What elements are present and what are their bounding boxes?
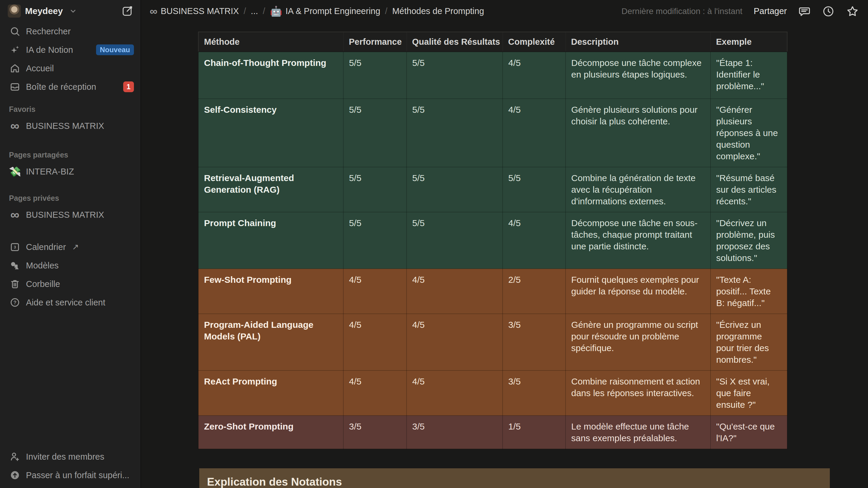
col-complexite[interactable]: Complexité: [503, 32, 565, 52]
cell-quality[interactable]: 3/5: [407, 416, 503, 449]
table-row[interactable]: ReAct Prompting 4/5 4/5 3/5 Combine rais…: [198, 370, 787, 416]
cell-description[interactable]: Combine raisonnement et action dans les …: [565, 370, 711, 416]
cell-complexity[interactable]: 1/5: [503, 416, 565, 449]
section-favoris: Favoris: [0, 96, 141, 117]
col-exemple[interactable]: Exemple: [711, 32, 787, 52]
cell-performance[interactable]: 3/5: [343, 416, 407, 449]
sidebar-item-corbeille[interactable]: Corbeille: [0, 275, 141, 293]
cell-description[interactable]: Génère un programme ou script pour résou…: [565, 314, 711, 370]
infinity-icon: ∞: [9, 209, 21, 221]
sidebar-item-intera-biz[interactable]: 💸 INTERA-BIZ: [0, 162, 141, 181]
cell-quality[interactable]: 4/5: [407, 314, 503, 370]
sidebar-item-rechercher[interactable]: Rechercher: [0, 22, 141, 40]
sidebar-item-calendrier[interactable]: 3 Calendrier ↗: [0, 238, 141, 256]
person-add-icon: [9, 451, 21, 462]
breadcrumb-ellipsis[interactable]: ...: [251, 6, 258, 16]
cell-complexity[interactable]: 2/5: [503, 269, 565, 314]
cell-description[interactable]: Génère plusieurs solutions pour choisir …: [565, 99, 711, 167]
cell-quality[interactable]: 4/5: [407, 269, 503, 314]
compose-icon[interactable]: [121, 5, 133, 17]
workspace-switcher[interactable]: Meydeey: [0, 0, 141, 22]
invite-members-button[interactable]: Inviter des membres: [0, 448, 141, 466]
cell-method[interactable]: Chain-of-Thought Prompting: [198, 52, 343, 99]
breadcrumb-business-matrix[interactable]: ∞ BUSINESS MATRIX: [150, 6, 239, 17]
cell-performance[interactable]: 4/5: [343, 314, 407, 370]
cell-quality[interactable]: 5/5: [407, 167, 503, 212]
cell-quality[interactable]: 5/5: [407, 212, 503, 269]
cell-method[interactable]: Zero-Shot Prompting: [198, 416, 343, 449]
cell-performance[interactable]: 5/5: [343, 99, 407, 167]
cell-method[interactable]: Prompt Chaining: [198, 212, 343, 269]
sidebar-item-ia-de-notion[interactable]: IA de Notion Nouveau: [0, 40, 141, 59]
share-button[interactable]: Partager: [754, 6, 787, 16]
workspace-name: Meydeey: [25, 6, 63, 16]
table-row[interactable]: Self-Consistency 5/5 5/5 4/5 Génère plus…: [198, 99, 787, 167]
cell-performance[interactable]: 4/5: [343, 370, 407, 416]
shapes-icon: [9, 260, 21, 271]
cell-complexity[interactable]: 4/5: [503, 212, 565, 269]
col-performance[interactable]: Performance: [343, 32, 407, 52]
cell-complexity[interactable]: 4/5: [503, 99, 565, 167]
prompting-methods-table: Méthode Performance Qualité des Résultat…: [198, 32, 787, 449]
cell-description[interactable]: Fournit quelques exemples pour guider la…: [565, 269, 711, 314]
comments-icon[interactable]: [798, 5, 811, 18]
cell-example[interactable]: "Texte A: positif... Texte B: négatif...…: [711, 269, 787, 314]
table-row[interactable]: Zero-Shot Prompting 3/5 3/5 1/5 Le modèl…: [198, 416, 787, 449]
cell-description[interactable]: Combine la génération de texte avec la r…: [565, 167, 711, 212]
cell-description[interactable]: Le modèle effectue une tâche sans exempl…: [565, 416, 711, 449]
cell-method[interactable]: Program-Aided Language Models (PAL): [198, 314, 343, 370]
notations-banner: Explication des Notations: [199, 468, 830, 488]
cell-method[interactable]: Retrieval-Augmented Generation (RAG): [198, 167, 343, 212]
sidebar-item-business-matrix-prive[interactable]: ∞ BUSINESS MATRIX: [0, 206, 141, 224]
cell-example[interactable]: "Décrivez un problème, puis proposez des…: [711, 212, 787, 269]
breadcrumb-ia-prompt-engineering[interactable]: 🤖 IA & Prompt Engineering: [270, 6, 380, 16]
cell-example[interactable]: "Écrivez un programme pour trier des nom…: [711, 314, 787, 370]
cell-example[interactable]: "Générer plusieurs réponses à une questi…: [711, 99, 787, 167]
sidebar-item-business-matrix-favori[interactable]: ∞ BUSINESS MATRIX: [0, 117, 141, 135]
cell-method[interactable]: Self-Consistency: [198, 99, 343, 167]
cell-complexity[interactable]: 5/5: [503, 167, 565, 212]
cell-example[interactable]: "Résumé basé sur des articles récents.": [711, 167, 787, 212]
sidebar-tools: 3 Calendrier ↗ Modèles Corbeille ? Aide …: [0, 238, 141, 312]
sparkles-icon: [9, 44, 21, 55]
cell-performance[interactable]: 5/5: [343, 212, 407, 269]
nouveau-badge: Nouveau: [96, 44, 134, 55]
sidebar-nav: Rechercher IA de Notion Nouveau Accueil …: [0, 22, 141, 96]
col-methode[interactable]: Méthode: [198, 32, 343, 52]
table-body: Chain-of-Thought Prompting 5/5 5/5 4/5 D…: [198, 52, 787, 449]
cell-complexity[interactable]: 3/5: [503, 370, 565, 416]
svg-text:?: ?: [13, 300, 17, 305]
cell-performance[interactable]: 5/5: [343, 167, 407, 212]
sidebar-item-aide[interactable]: ? Aide et service client: [0, 293, 141, 312]
favorite-star-icon[interactable]: [846, 5, 859, 18]
cell-example[interactable]: "Si X est vrai, que faire ensuite ?": [711, 370, 787, 416]
cell-example[interactable]: "Qu'est-ce que l'IA?": [711, 416, 787, 449]
workspace-avatar: [8, 4, 21, 18]
sidebar-item-boite-de-reception[interactable]: Boîte de réception 1: [0, 78, 141, 96]
cell-quality[interactable]: 4/5: [407, 370, 503, 416]
cell-complexity[interactable]: 3/5: [503, 314, 565, 370]
table-row[interactable]: Few-Shot Prompting 4/5 4/5 2/5 Fournit q…: [198, 269, 787, 314]
cell-performance[interactable]: 5/5: [343, 52, 407, 99]
cell-complexity[interactable]: 4/5: [503, 52, 565, 99]
cell-example[interactable]: "Étape 1: Identifier le problème...": [711, 52, 787, 99]
table-row[interactable]: Program-Aided Language Models (PAL) 4/5 …: [198, 314, 787, 370]
table-row[interactable]: Retrieval-Augmented Generation (RAG) 5/5…: [198, 167, 787, 212]
cell-description[interactable]: Décompose une tâche en sous-tâches, chaq…: [565, 212, 711, 269]
col-qualite[interactable]: Qualité des Résultats: [407, 32, 503, 52]
cell-method[interactable]: Few-Shot Prompting: [198, 269, 343, 314]
table-row[interactable]: Prompt Chaining 5/5 5/5 4/5 Décompose un…: [198, 212, 787, 269]
table-row[interactable]: Chain-of-Thought Prompting 5/5 5/5 4/5 D…: [198, 52, 787, 99]
breadcrumb-current-page[interactable]: Méthodes de Prompting: [392, 6, 484, 16]
upgrade-plan-button[interactable]: Passer à un forfait supéri...: [0, 466, 141, 484]
sidebar-item-accueil[interactable]: Accueil: [0, 59, 141, 78]
cell-method[interactable]: ReAct Prompting: [198, 370, 343, 416]
sidebar-item-modeles[interactable]: Modèles: [0, 256, 141, 275]
page-content: Méthode Performance Qualité des Résultat…: [142, 22, 868, 488]
history-clock-icon[interactable]: [822, 5, 835, 18]
col-description[interactable]: Description: [565, 32, 711, 52]
cell-quality[interactable]: 5/5: [407, 99, 503, 167]
cell-performance[interactable]: 4/5: [343, 269, 407, 314]
cell-quality[interactable]: 5/5: [407, 52, 503, 99]
cell-description[interactable]: Décompose une tâche complexe en plusieur…: [565, 52, 711, 99]
